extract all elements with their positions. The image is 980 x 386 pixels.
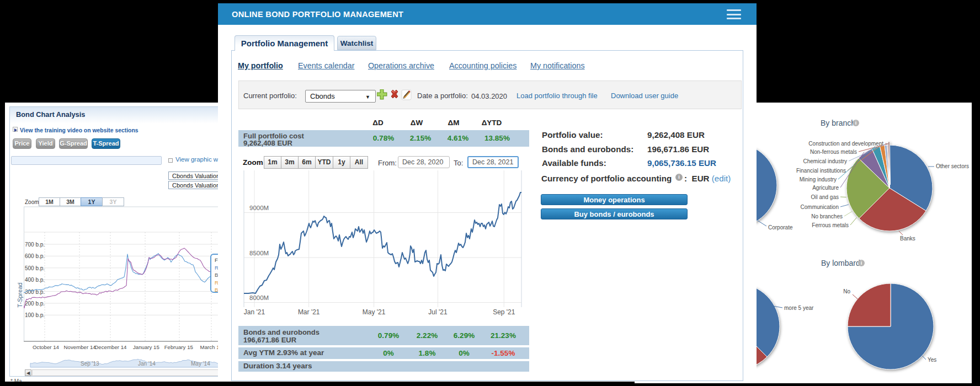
svg-text:Agriculture: Agriculture — [812, 185, 839, 191]
svg-text:Mar '21: Mar '21 — [298, 308, 320, 316]
svg-text:November 14: November 14 — [64, 344, 97, 350]
svg-text:Yes: Yes — [928, 357, 936, 363]
svg-text:Jul '21: Jul '21 — [428, 308, 448, 316]
svg-text:Financial institutions: Financial institutions — [796, 168, 846, 174]
svg-text:Jan '21: Jan '21 — [244, 308, 265, 316]
svg-text:May '14: May '14 — [191, 361, 210, 367]
svg-text:By branch: By branch — [821, 119, 855, 127]
svg-text:Chemical industry: Chemical industry — [803, 158, 847, 164]
svg-text:8000M: 8000M — [249, 294, 269, 301]
svg-text:No: No — [843, 288, 850, 294]
svg-text:600 b.p.: 600 b.p. — [25, 253, 45, 259]
svg-text:Ferrous metals: Ferrous metals — [812, 222, 849, 228]
svg-text:May '21: May '21 — [363, 308, 386, 316]
svg-text:200 b.p.: 200 b.p. — [25, 301, 45, 307]
svg-text:No branches: No branches — [811, 213, 843, 219]
svg-text:December 14: December 14 — [94, 344, 127, 350]
svg-text:Non-ferrous metals: Non-ferrous metals — [810, 149, 857, 155]
svg-text:Other sectors: Other sectors — [936, 163, 969, 169]
svg-text:8500M: 8500M — [249, 250, 269, 256]
svg-text:Banks: Banks — [900, 235, 915, 242]
svg-text:February 15: February 15 — [164, 344, 193, 350]
svg-text:400 b.p.: 400 b.p. — [25, 277, 45, 283]
svg-text:Oil and gas: Oil and gas — [811, 194, 839, 200]
svg-text:more 5 year: more 5 year — [784, 305, 814, 311]
svg-text:Mining industry: Mining industry — [800, 176, 837, 183]
svg-text:100 b.p.: 100 b.p. — [25, 312, 45, 318]
svg-text:Sep '13: Sep '13 — [81, 361, 99, 367]
svg-text:Corporate: Corporate — [768, 224, 793, 230]
svg-text:January 15: January 15 — [133, 344, 159, 350]
svg-text:i: i — [855, 120, 857, 126]
svg-text:Jan '14: Jan '14 — [138, 361, 156, 367]
svg-text:Sep '21: Sep '21 — [493, 308, 515, 316]
svg-text:700 b.p.: 700 b.p. — [25, 242, 45, 248]
svg-text:October 14: October 14 — [33, 344, 60, 350]
svg-text:Construction and development: Construction and development — [808, 141, 883, 147]
svg-text:i: i — [861, 260, 862, 266]
svg-text:500 b.p.: 500 b.p. — [25, 265, 45, 271]
svg-text:Communication: Communication — [801, 204, 839, 210]
svg-text:By lombard: By lombard — [821, 259, 860, 267]
svg-text:9000M: 9000M — [249, 205, 269, 211]
